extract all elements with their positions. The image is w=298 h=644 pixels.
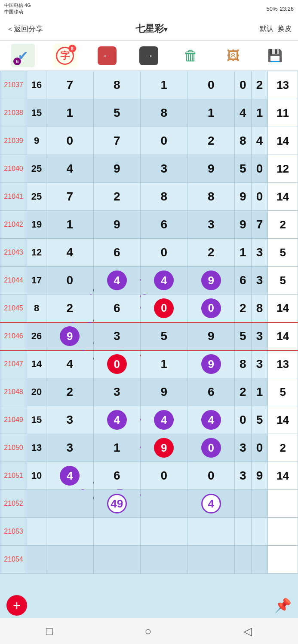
cell-n3 — [141, 490, 188, 518]
row-sum: 25 — [27, 155, 46, 183]
cell-n3: 6 — [141, 211, 188, 239]
cell-n2: 4 — [93, 406, 141, 434]
save-button[interactable]: 💾 — [263, 44, 287, 67]
time: 23:26 — [280, 6, 294, 12]
row-id: 21044 — [0, 267, 27, 295]
cell-n6: 3 — [251, 322, 268, 350]
cell-n2: 6 — [93, 295, 141, 322]
cell-n1 — [46, 518, 94, 546]
cell-n6: 8 — [251, 295, 268, 322]
cell-n2 — [93, 518, 141, 546]
cell-n3: 3 — [141, 155, 188, 183]
cell-total: 14 — [268, 406, 298, 434]
cell-n5: 8 — [235, 350, 252, 378]
circle-outline: 4 — [201, 494, 221, 513]
cell-total: 13 — [268, 350, 298, 378]
pin-button[interactable]: 📌 — [274, 597, 292, 614]
cell-n2 — [93, 546, 141, 574]
arrow-left-button[interactable]: ← — [95, 44, 119, 67]
cell-n4: 3 — [187, 211, 235, 239]
cell-total: 5 — [268, 267, 298, 295]
cell-n6: 0 — [251, 434, 268, 462]
cell-n6: 2 — [251, 71, 268, 99]
char-button[interactable]: 字 8 — [53, 44, 77, 67]
add-button[interactable]: + — [6, 595, 27, 616]
carrier-info: 中国电信 4G 中国移动 — [4, 2, 31, 15]
table-area: 21037 16 7 8 1 0 0 2 13 21038 15 1 5 8 1… — [0, 71, 298, 592]
cell-n3: 5 — [141, 322, 188, 350]
circle-purple: 9 — [201, 354, 221, 374]
cell-n4: 4 — [187, 406, 235, 434]
cell-n3: 8 — [141, 183, 188, 211]
cell-n4: 2 — [187, 127, 235, 155]
header: ＜返回分享 七星彩▾ 默认 换皮 — [0, 17, 298, 41]
nav-triangle[interactable]: ◁ — [243, 625, 252, 638]
cell-n4: 8 — [187, 183, 235, 211]
cell-total: 13 — [268, 71, 298, 99]
cell-n4: 9 — [187, 155, 235, 183]
photo-button[interactable]: 🖼 — [221, 44, 245, 67]
row-id: 21045 — [0, 295, 27, 322]
nav-circle[interactable]: ○ — [144, 625, 151, 638]
circle-outline: 49 — [107, 494, 127, 513]
row-sum: 26 — [27, 322, 46, 350]
dropdown-icon[interactable]: ▾ — [164, 26, 167, 33]
trash-button[interactable]: 🗑 — [179, 44, 203, 67]
cell-n5: 0 — [235, 71, 252, 99]
cell-n2: 1 — [93, 434, 141, 462]
cell-n5: 8 — [235, 127, 252, 155]
circle-purple: 4 — [107, 270, 127, 290]
cell-total — [268, 490, 298, 518]
row-sum: 16 — [27, 71, 46, 99]
cell-n6: 1 — [251, 99, 268, 127]
back-button[interactable]: ＜返回分享 — [6, 24, 43, 34]
row-sum: 9 — [27, 127, 46, 155]
header-title: 七星彩▾ — [135, 22, 167, 35]
nav-square[interactable]: □ — [46, 625, 53, 638]
cell-n1 — [46, 490, 94, 518]
cell-total: 14 — [268, 322, 298, 350]
circle-red: 9 — [154, 438, 174, 458]
cell-n1: 4 — [46, 155, 94, 183]
data-table: 21037 16 7 8 1 0 0 2 13 21038 15 1 5 8 1… — [0, 71, 298, 574]
arrow-right-button[interactable]: → — [137, 44, 161, 67]
circle-red: 0 — [154, 298, 174, 318]
row-id: 21039 — [0, 127, 27, 155]
arrow-left-icon: ← — [98, 46, 117, 65]
cell-n5 — [235, 518, 252, 546]
row-id: 21043 — [0, 239, 27, 267]
cell-n4: 9 — [187, 322, 235, 350]
check-button[interactable]: ✔ 6 — [11, 44, 35, 67]
row-id: 21051 — [0, 462, 27, 490]
cell-n1: 4 — [46, 462, 94, 490]
cell-n1: 3 — [46, 434, 94, 462]
save-icon: 💾 — [267, 49, 283, 63]
circle-purple: 0 — [201, 438, 221, 458]
default-button[interactable]: 默认 — [260, 24, 273, 33]
row-id: 21052 — [0, 490, 27, 518]
arrow-right-icon: → — [139, 46, 158, 65]
row-sum: 19 — [27, 211, 46, 239]
row-sum: 10 — [27, 462, 46, 490]
cell-n4: 4 — [187, 490, 235, 518]
cell-n3: 4 — [141, 406, 188, 434]
cell-n5 — [235, 490, 252, 518]
char-badge: 8 — [68, 45, 76, 52]
cell-n5: 1 — [235, 239, 252, 267]
skin-button[interactable]: 换皮 — [278, 24, 292, 33]
cell-n2: 4 — [93, 267, 141, 295]
cell-n3: 4 — [141, 267, 188, 295]
cell-total: 5 — [268, 239, 298, 267]
cell-n5: 4 — [235, 99, 252, 127]
circle-red: 0 — [107, 354, 127, 374]
cell-n1: 7 — [46, 183, 94, 211]
cell-total: 14 — [268, 462, 298, 490]
cell-n1: 0 — [46, 127, 94, 155]
cell-n6: 4 — [251, 127, 268, 155]
cell-n3: 0 — [141, 127, 188, 155]
cell-n5: 0 — [235, 406, 252, 434]
cell-n6: 3 — [251, 239, 268, 267]
cell-n2: 49 — [93, 490, 141, 518]
cell-total — [268, 546, 298, 574]
cell-n3 — [141, 518, 188, 546]
